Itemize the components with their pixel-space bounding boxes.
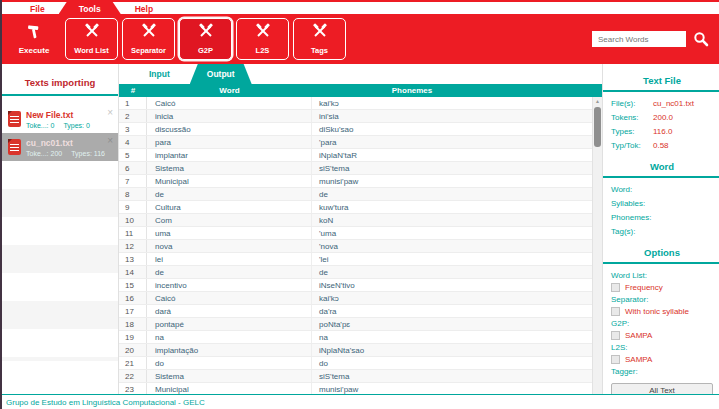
- magnifier-icon[interactable]: [693, 31, 709, 47]
- checkbox-label: With tonic syllable: [625, 307, 689, 316]
- close-icon[interactable]: ×: [107, 108, 113, 118]
- table-row[interactable]: 12 nova 'nova: [119, 240, 602, 253]
- cell-number: 17: [119, 305, 147, 317]
- toolbar-button-g2p[interactable]: G2P: [179, 18, 232, 60]
- table-row[interactable]: 18 pontapé poNta'pɛ: [119, 318, 602, 331]
- cell-word: Caicó: [147, 97, 312, 109]
- table-row[interactable]: 21 do do: [119, 357, 602, 370]
- table-row[interactable]: 10 Com koN: [119, 214, 602, 227]
- file-tokens: Toke...: 200: [26, 150, 62, 157]
- cell-number: 1: [119, 97, 147, 109]
- table-row[interactable]: 6 Sistema siS'tema: [119, 162, 602, 175]
- column-header-number: #: [119, 86, 147, 95]
- close-icon[interactable]: ×: [107, 136, 113, 146]
- toolbar-button-label: Tags: [311, 46, 328, 55]
- cell-word: pontapé: [147, 318, 312, 330]
- table-row[interactable]: 7 Municipal munisi'paw: [119, 175, 602, 188]
- option-group: Separator: With tonic syllable: [611, 295, 713, 316]
- cell-number: 16: [119, 292, 147, 304]
- option-checkbox-row[interactable]: Frequency: [611, 283, 713, 292]
- menu-tab-help[interactable]: Help: [121, 2, 167, 14]
- cell-number: 7: [119, 175, 147, 187]
- cell-number: 11: [119, 227, 147, 239]
- cell-word: Municipal: [147, 175, 312, 187]
- table-row[interactable]: 4 para 'para: [119, 136, 602, 149]
- table-row[interactable]: 5 implantar iNplaN'taR: [119, 149, 602, 162]
- file-name: New File.txt: [26, 110, 114, 120]
- table-row[interactable]: 3 discussão diSku'sao: [119, 123, 602, 136]
- crossed-tools-icon: [84, 23, 100, 43]
- cell-number: 10: [119, 214, 147, 226]
- table-row[interactable]: 22 Sistema siS'tema: [119, 370, 602, 383]
- table-row[interactable]: 19 na na: [119, 331, 602, 344]
- info-panel: Text File File(s): cu_nc01.txt Tokens: 2…: [602, 64, 719, 394]
- option-checkbox-row[interactable]: With tonic syllable: [611, 307, 713, 316]
- table-row[interactable]: 11 uma 'uma: [119, 227, 602, 240]
- cell-phonemes: munisi'paw: [312, 383, 602, 394]
- cell-phonemes: munisi'paw: [312, 175, 602, 187]
- table-header: # Word Phonemes: [119, 84, 602, 97]
- search-input[interactable]: [592, 31, 686, 47]
- tab-output[interactable]: Output: [190, 64, 252, 84]
- table-row[interactable]: 9 Cultura kuw'tura: [119, 201, 602, 214]
- scroll-up-icon[interactable]: ▲: [593, 97, 602, 106]
- table-row[interactable]: 15 incentivo iNseN'tivo: [119, 279, 602, 292]
- table-row[interactable]: 2 inicia ini'sia: [119, 110, 602, 123]
- checkbox-icon[interactable]: [611, 331, 620, 340]
- table-row[interactable]: 20 implantação iNplaNta'sao: [119, 344, 602, 357]
- cell-word: do: [147, 357, 312, 369]
- text-file-title: Text File: [611, 75, 713, 86]
- toolbar-button-label: Separator: [131, 46, 166, 55]
- cell-word: uma: [147, 227, 312, 239]
- execute-button[interactable]: Execute: [8, 17, 60, 61]
- option-checkbox-row[interactable]: SAMPA: [611, 355, 713, 364]
- option-group-label: Word List:: [611, 271, 713, 280]
- cell-word: de: [147, 188, 312, 200]
- checkbox-icon[interactable]: [611, 283, 620, 292]
- menu-tab-file[interactable]: File: [16, 2, 59, 14]
- table-row[interactable]: 16 Caicó kai'kɔ: [119, 292, 602, 305]
- table-row[interactable]: 1 Caicó kai'kɔ: [119, 97, 602, 110]
- field-value: 116.0: [653, 127, 672, 136]
- toolbar-button-l2s[interactable]: L2S: [236, 18, 289, 60]
- options-title: Options: [611, 247, 713, 258]
- table-row[interactable]: 23 Municipal munisi'paw: [119, 383, 602, 394]
- table-row[interactable]: 13 lei 'lei: [119, 253, 602, 266]
- file-item-new-file-txt[interactable]: New File.txt Toke...: 0 Types: 0 ×: [2, 105, 118, 133]
- menu-tab-tools[interactable]: Tools: [59, 2, 121, 14]
- field-value: cu_nc01.txt: [653, 99, 694, 108]
- cell-phonemes: do: [312, 357, 602, 369]
- cell-phonemes: ini'sia: [312, 110, 602, 122]
- panel-divider: [2, 94, 118, 96]
- tab-input[interactable]: Input: [137, 64, 182, 84]
- table-row[interactable]: 14 de de: [119, 266, 602, 279]
- toolbar-button-word-list[interactable]: Word List: [65, 18, 118, 60]
- option-group: L2S: SAMPA: [611, 343, 713, 364]
- cell-number: 5: [119, 149, 147, 161]
- panel-divider: [603, 262, 719, 264]
- checkbox-icon[interactable]: [611, 355, 620, 364]
- cell-number: 8: [119, 188, 147, 200]
- toolbar-button-label: L2S: [256, 46, 270, 55]
- option-checkbox-row[interactable]: SAMPA: [611, 331, 713, 340]
- status-text: Grupo de Estudo em Linguística Computaci…: [6, 398, 205, 407]
- toolbar-button-tags[interactable]: Tags: [293, 18, 346, 60]
- field-value: 200.0: [653, 113, 673, 122]
- file-item-cu-nc01-txt[interactable]: cu_nc01.txt Toke...: 200 Types: 116 ×: [2, 133, 118, 161]
- table-row[interactable]: 17 dará da'ra: [119, 305, 602, 318]
- hammer-icon: [26, 23, 43, 44]
- cell-word: lei: [147, 253, 312, 265]
- checkbox-icon[interactable]: [611, 307, 620, 316]
- cell-word: na: [147, 331, 312, 343]
- crossed-tools-icon: [198, 23, 214, 43]
- cell-phonemes: koN: [312, 214, 602, 226]
- table-scrollbar[interactable]: ▲: [592, 97, 602, 394]
- info-field: File(s): cu_nc01.txt: [611, 99, 713, 108]
- cell-phonemes: 'para: [312, 136, 602, 148]
- scrollbar-thumb[interactable]: [594, 107, 601, 147]
- toolbar-button-separator[interactable]: Separator: [122, 18, 175, 60]
- cell-phonemes: kuw'tura: [312, 201, 602, 213]
- cell-word: implantação: [147, 344, 312, 356]
- cell-word: Sistema: [147, 162, 312, 174]
- table-row[interactable]: 8 de de: [119, 188, 602, 201]
